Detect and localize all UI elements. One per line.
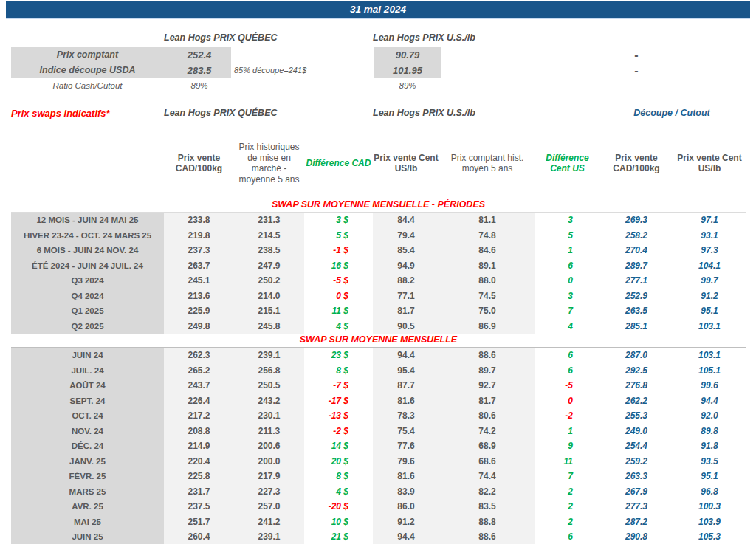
col-header-difference-us: Différence Cent US — [535, 135, 599, 191]
cell-prix-comptant-hist: 75.0 — [439, 303, 535, 319]
cell-difference-us: 3 — [535, 213, 599, 228]
table-row: FÉVR. 25225.8217.98 $81.674.47263.395.1 — [11, 469, 746, 484]
cell-cutout-us: 103.1 — [673, 348, 746, 363]
cell-prix-vente-cad: 231.7 — [164, 484, 234, 500]
spot-row-label: Prix comptant — [11, 47, 164, 63]
cell-difference-us: 6 — [535, 363, 599, 379]
cell-cutout-cad: 292.5 — [599, 363, 673, 379]
report-date: 31 mai 2024 — [350, 4, 406, 15]
row-label: 6 MOIS - JUIN 24 NOV. 24 — [11, 243, 164, 258]
cell-prix-vente-us: 81.6 — [373, 469, 439, 484]
table-row: 6 MOIS - JUIN 24 NOV. 24237.3238.5-1 $85… — [11, 243, 746, 258]
row-label: Q3 2024 — [11, 273, 164, 289]
swap-table-mensuelle: JUIN 24262.3239.123 $94.488.66287.0103.1… — [11, 347, 746, 544]
table-row: DÉC. 24214.9200.614 $77.668.99254.491.8 — [11, 438, 746, 454]
cell-prix-vente-us: 94.9 — [373, 258, 439, 274]
spot-qc-value: 89% — [165, 78, 233, 94]
dash-placeholder: - — [626, 63, 647, 78]
cell-prix-vente-us: 87.7 — [373, 378, 439, 393]
cell-cutout-us: 91.2 — [673, 289, 746, 304]
report-page: 31 mai 2024 Lean Hogs PRIX QUÉBEC Lean H… — [0, 0, 756, 544]
cell-difference-us: 0 — [535, 393, 599, 409]
spot-row-label: Indice découpe USDA — [11, 63, 164, 78]
col-header-cutout-cad: Prix vente CAD/100kg — [599, 135, 673, 191]
table-row: Q3 2024245.1250.2-5 $88.288.00277.199.7 — [11, 273, 746, 289]
cell-difference-cad: 0 $ — [304, 289, 373, 304]
row-label: ÉTÉ 2024 - JUIN 24 JUIL. 24 — [11, 258, 164, 274]
section-title-periodes: SWAP SUR MOYENNE MENSUELLE - PÉRIODES — [11, 199, 746, 210]
cell-cutout-us: 95.1 — [673, 469, 746, 484]
row-label: 12 MOIS - JUIN 24 MAI 25 — [11, 213, 164, 228]
cell-prix-vente-cad: 220.4 — [164, 454, 234, 469]
cell-prix-hist: 230.1 — [234, 408, 304, 424]
cell-prix-comptant-hist: 88.6 — [439, 348, 535, 363]
table-row: 12 MOIS - JUIN 24 MAI 25233.8231.33 $84.… — [11, 213, 746, 228]
cell-prix-comptant-hist: 84.6 — [439, 243, 535, 258]
cell-cutout-us: 99.7 — [673, 273, 746, 289]
table-row: JANV. 25220.4200.020 $79.668.611259.293.… — [11, 454, 746, 469]
cell-prix-comptant-hist: 81.7 — [439, 393, 535, 409]
cell-prix-hist: 256.8 — [234, 363, 304, 379]
cell-prix-hist: 247.9 — [234, 258, 304, 274]
cell-cutout-cad: 269.3 — [599, 213, 673, 228]
cell-difference-cad: 8 $ — [304, 363, 373, 379]
row-label: Q1 2025 — [11, 303, 164, 319]
cell-prix-vente-us: 79.6 — [373, 454, 439, 469]
cell-prix-comptant-hist: 74.4 — [439, 469, 535, 484]
table-row: SEPT. 24226.4243.2-17 $81.681.70262.294.… — [11, 393, 746, 409]
cell-prix-vente-us: 85.4 — [373, 243, 439, 258]
cell-prix-comptant-hist: 88.8 — [439, 514, 535, 530]
row-label: JUIL. 24 — [11, 363, 164, 379]
cell-prix-hist: 239.1 — [234, 529, 304, 544]
cell-prix-comptant-hist: 68.9 — [439, 438, 535, 454]
cell-prix-vente-us: 81.6 — [373, 393, 439, 409]
cell-prix-vente-us: 91.2 — [373, 514, 439, 530]
cell-prix-comptant-hist: 82.2 — [439, 484, 535, 500]
cell-prix-hist: 217.9 — [234, 469, 304, 484]
row-label: NOV. 24 — [11, 424, 164, 439]
cell-prix-hist: 214.0 — [234, 289, 304, 304]
cell-difference-us: 7 — [535, 303, 599, 319]
cell-prix-vente-cad: 237.3 — [164, 243, 234, 258]
cell-difference-cad: -20 $ — [304, 499, 373, 514]
cell-cutout-us: 103.1 — [673, 319, 746, 334]
cell-cutout-us: 104.1 — [673, 258, 746, 274]
table-row: Q1 2025225.9215.111 $81.775.07263.595.1 — [11, 303, 746, 319]
cell-difference-cad: 4 $ — [304, 484, 373, 500]
cell-prix-vente-cad: 208.8 — [164, 424, 234, 439]
col-header-prix-historiques: Prix historiques de mise en marché - moy… — [234, 135, 304, 191]
cell-prix-vente-cad: 237.5 — [164, 499, 234, 514]
cell-prix-hist: 245.8 — [234, 319, 304, 334]
table-row: AVR. 25237.5257.0-20 $86.083.52277.3100.… — [11, 499, 746, 514]
cutout-header: Découpe / Cutout — [609, 108, 735, 118]
row-label: AOÛT 24 — [11, 378, 164, 393]
cell-cutout-us: 97.1 — [673, 213, 746, 228]
cell-prix-vente-us: 81.7 — [373, 303, 439, 319]
cell-cutout-us: 93.1 — [673, 228, 746, 244]
cell-prix-vente-cad: 225.8 — [164, 469, 234, 484]
cell-difference-us: 9 — [535, 438, 599, 454]
cell-cutout-cad: 290.8 — [599, 529, 673, 544]
cell-difference-us: 7 — [535, 469, 599, 484]
cell-prix-vente-cad: 262.3 — [164, 348, 234, 363]
cell-difference-cad: 5 $ — [304, 228, 373, 244]
cell-cutout-us: 89.8 — [673, 424, 746, 439]
cell-prix-hist: 227.3 — [234, 484, 304, 500]
col-header-prix-vente-us: Prix vente Cent US/lb — [373, 135, 439, 191]
cell-prix-vente-us: 83.9 — [373, 484, 439, 500]
cell-difference-cad: -2 $ — [304, 424, 373, 439]
row-label: Q4 2024 — [11, 289, 164, 304]
cell-prix-vente-us: 95.4 — [373, 363, 439, 379]
cell-prix-vente-cad: 243.7 — [164, 378, 234, 393]
cell-prix-vente-us: 75.4 — [373, 424, 439, 439]
spot-quebec-header: Lean Hogs PRIX QUÉBEC — [164, 32, 278, 43]
cell-prix-hist: 214.5 — [234, 228, 304, 244]
cell-prix-vente-cad: 245.1 — [164, 273, 234, 289]
cell-difference-us: 1 — [535, 424, 599, 439]
cell-difference-cad: -13 $ — [304, 408, 373, 424]
cell-cutout-cad: 254.4 — [599, 438, 673, 454]
cell-prix-vente-cad: 233.8 — [164, 213, 234, 228]
cell-prix-comptant-hist: 89.1 — [439, 258, 535, 274]
cell-prix-vente-us: 84.4 — [373, 213, 439, 228]
cell-difference-cad: 21 $ — [304, 529, 373, 544]
